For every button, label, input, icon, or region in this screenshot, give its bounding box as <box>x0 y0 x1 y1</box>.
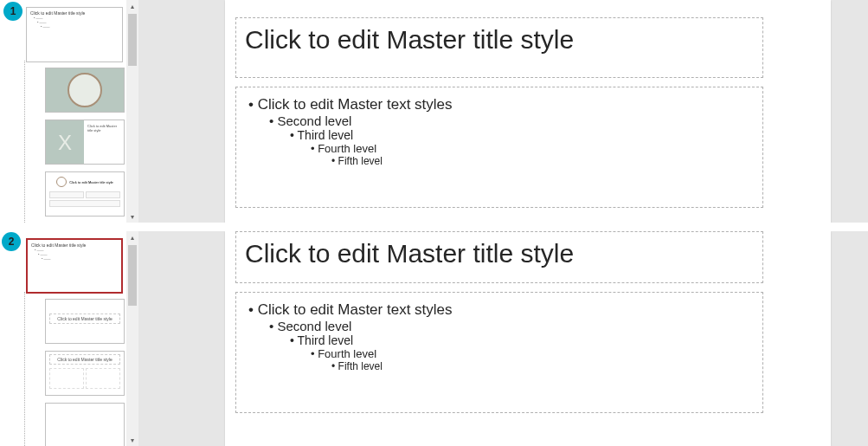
tree-connector <box>24 61 25 223</box>
slide-editor-top: Click to edit Master title style Click t… <box>138 0 868 223</box>
wreath-graphic <box>68 73 102 107</box>
thumbnail-pane-top: Click to edit Master title style • —— • … <box>0 0 138 223</box>
slide-layout-thumbnail-1[interactable] <box>45 68 125 113</box>
panel-divider <box>0 223 868 231</box>
callout-number-2: 2 <box>2 232 21 251</box>
body-level-2: Second level <box>269 319 750 333</box>
tree-connector <box>24 292 25 446</box>
scroll-down-arrow-icon[interactable]: ▾ <box>126 434 138 446</box>
thumbnail-scrollbar[interactable]: ▴ ▾ <box>126 231 138 446</box>
thumb-small-title: Click to edit Master title style <box>69 180 113 184</box>
body-level-2: Second level <box>269 113 750 128</box>
slide-canvas[interactable]: Click to edit Master title style Click t… <box>225 0 831 223</box>
body-level-3: Third level <box>290 333 750 347</box>
thumb-title-placeholder: Click to edit Master title style <box>49 313 120 324</box>
slide-layout-thumbnail-2[interactable]: X Click to edit Master title style <box>45 120 125 165</box>
callout-number-1: 1 <box>3 2 23 21</box>
panel-bottom: Click to edit Master title style • —— • … <box>0 231 868 446</box>
scrollbar-track[interactable] <box>126 12 138 210</box>
scroll-up-arrow-icon[interactable]: ▴ <box>126 231 138 243</box>
slide-layout-thumbnail-3[interactable]: Click to edit Master title style <box>45 171 125 217</box>
thumb-right-text: Click to edit Master title style <box>84 120 124 164</box>
body-level-1: Click to edit Master text styles <box>248 301 750 319</box>
thumb-body: • —— • —— • —— <box>35 248 118 261</box>
thumbnail-scrollbar[interactable]: ▴ ▾ <box>126 0 138 223</box>
scroll-down-arrow-icon[interactable]: ▾ <box>126 210 138 223</box>
slide-editor-bottom: Click to edit Master title style Click t… <box>138 231 868 446</box>
master-title-text: Click to edit Master title style <box>245 239 754 268</box>
master-body-placeholder[interactable]: Click to edit Master text styles Second … <box>235 292 763 413</box>
slide-master-thumbnail-selected[interactable]: Click to edit Master title style • —— • … <box>26 238 123 294</box>
master-body-placeholder[interactable]: Click to edit Master text styles Second … <box>235 87 763 208</box>
panel-top: Click to edit Master title style • —— • … <box>0 0 868 223</box>
scrollbar-track[interactable] <box>126 243 138 434</box>
scrollbar-thumb[interactable] <box>128 14 137 66</box>
master-title-text: Click to edit Master title style <box>245 25 754 55</box>
slide-master-thumbnail[interactable]: Click to edit Master title style • —— • … <box>26 7 123 62</box>
scrollbar-thumb[interactable] <box>128 245 137 306</box>
body-level-5: Fifth level <box>331 360 750 372</box>
master-title-placeholder[interactable]: Click to edit Master title style <box>235 231 763 283</box>
body-level-4: Fourth level <box>311 347 750 360</box>
thumb-title-placeholder: Click to edit Master title style <box>49 354 120 365</box>
slide-layout-thumbnail-2[interactable]: Click to edit Master title style <box>45 351 125 396</box>
slide-layout-thumbnail-3[interactable] <box>45 403 125 446</box>
slide-layout-thumbnail-1[interactable]: Click to edit Master title style <box>45 299 125 344</box>
body-level-3: Third level <box>290 128 750 142</box>
wreath-small-graphic <box>56 177 67 187</box>
x-graphic: X <box>58 131 72 155</box>
body-level-4: Fourth level <box>311 142 750 155</box>
master-title-placeholder[interactable]: Click to edit Master title style <box>235 17 763 78</box>
thumbnail-pane-bottom: Click to edit Master title style • —— • … <box>0 231 138 446</box>
body-level-1: Click to edit Master text styles <box>248 96 750 113</box>
body-level-5: Fifth level <box>331 155 750 167</box>
thumb-body: • —— • —— • —— <box>34 16 119 29</box>
scroll-up-arrow-icon[interactable]: ▴ <box>126 0 138 12</box>
slide-canvas[interactable]: Click to edit Master title style Click t… <box>225 231 831 446</box>
